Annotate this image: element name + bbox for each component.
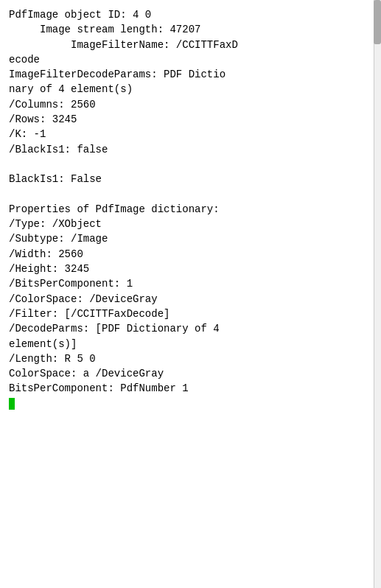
scrollbar[interactable]	[374, 0, 381, 588]
main-content-area: PdfImage object ID: 4 0 Image stream len…	[0, 0, 381, 588]
cursor	[9, 398, 15, 410]
scrollbar-thumb[interactable]	[374, 0, 381, 44]
output-text: PdfImage object ID: 4 0 Image stream len…	[9, 7, 372, 396]
